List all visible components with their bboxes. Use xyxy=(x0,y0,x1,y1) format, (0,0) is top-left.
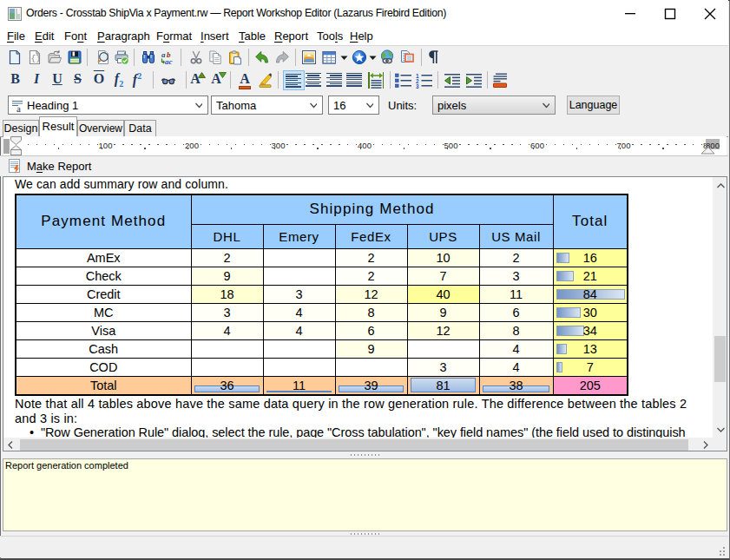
svg-text:ac: ac xyxy=(165,57,173,65)
svg-text:{}: {} xyxy=(31,54,41,63)
svg-text:3: 3 xyxy=(416,83,419,89)
svg-text:a: a xyxy=(16,103,21,113)
